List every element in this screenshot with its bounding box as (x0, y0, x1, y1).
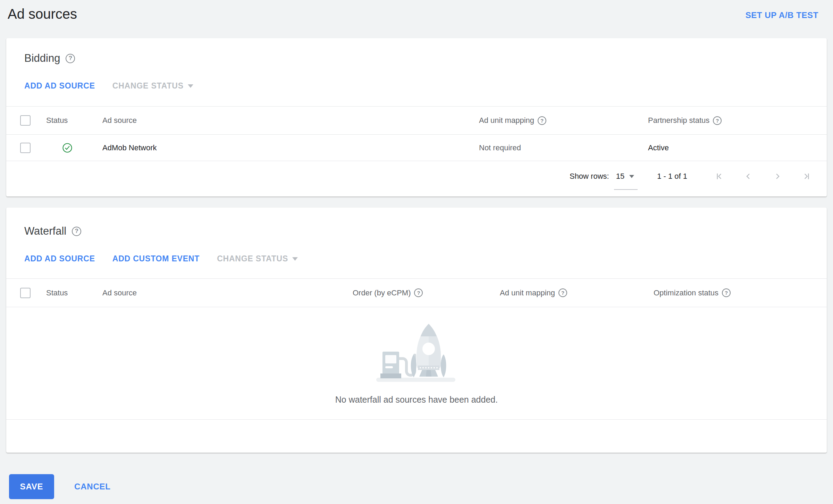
waterfall-table-header-row: Status Ad source Order (by eCPM) ? Ad un… (6, 278, 827, 307)
bidding-pagination: Show rows: 15 1 - 1 of 1 (6, 161, 827, 196)
partnership-status-help-icon[interactable]: ? (713, 116, 722, 125)
waterfall-title: Waterfall (24, 225, 66, 237)
order-by-ecpm-label: Order (by eCPM) (353, 288, 411, 297)
bidding-card: Bidding ? ADD AD SOURCE CHANGE STATUS St… (6, 38, 827, 196)
cancel-button[interactable]: CANCEL (74, 482, 111, 492)
bidding-col-status: Status (46, 116, 102, 125)
waterfall-help-icon[interactable]: ? (72, 227, 81, 236)
next-page-button[interactable] (773, 171, 782, 181)
waterfall-empty-message: No waterfall ad sources have been added. (335, 395, 498, 405)
rocket-fueling-illustration-icon (375, 321, 458, 385)
page-title: Ad sources (8, 6, 77, 22)
order-by-ecpm-help-icon[interactable]: ? (414, 288, 423, 297)
ad-source-name: AdMob Network (102, 143, 479, 152)
waterfall-table: Status Ad source Order (by eCPM) ? Ad un… (6, 278, 827, 453)
status-active-check-icon (62, 143, 73, 153)
optimization-status-label: Optimization status (654, 288, 718, 297)
row-checkbox-cell (20, 143, 46, 153)
waterfall-col-ad-unit-mapping: Ad unit mapping ? (500, 288, 654, 297)
waterfall-section-head: Waterfall ? (6, 208, 827, 237)
chevron-down-icon (188, 84, 193, 88)
ad-unit-mapping-value: Not required (479, 143, 648, 152)
last-page-button[interactable] (802, 171, 811, 181)
bidding-actions: ADD AD SOURCE CHANGE STATUS (6, 81, 827, 91)
waterfall-col-order: Order (by eCPM) ? (353, 288, 500, 297)
bidding-table: Status Ad source Ad unit mapping ? Partn… (6, 106, 827, 196)
header-checkbox-cell (20, 115, 46, 126)
waterfall-card: Waterfall ? ADD AD SOURCE ADD CUSTOM EVE… (6, 208, 827, 453)
ad-unit-mapping-help-icon[interactable]: ? (538, 116, 546, 125)
ad-unit-mapping-help-icon[interactable]: ? (558, 288, 567, 297)
bidding-table-header-row: Status Ad source Ad unit mapping ? Partn… (6, 106, 827, 135)
optimization-status-help-icon[interactable]: ? (722, 288, 731, 297)
pagination-buttons (714, 171, 811, 181)
bidding-help-icon[interactable]: ? (66, 54, 75, 63)
bidding-add-ad-source-button[interactable]: ADD AD SOURCE (24, 81, 95, 91)
partnership-status-value: Active (648, 143, 813, 152)
bidding-col-ad-source: Ad source (102, 116, 479, 125)
rows-per-page-value: 15 (616, 172, 624, 181)
first-page-button[interactable] (714, 171, 724, 181)
rows-per-page-select[interactable]: 15 (615, 172, 636, 181)
waterfall-empty-state: No waterfall ad sources have been added. (6, 307, 827, 419)
bidding-col-ad-unit-mapping: Ad unit mapping ? (479, 116, 648, 125)
waterfall-change-status-button[interactable]: CHANGE STATUS (217, 254, 298, 263)
waterfall-change-status-label: CHANGE STATUS (217, 254, 288, 263)
bidding-section-head: Bidding ? (6, 38, 827, 65)
header-checkbox-cell (20, 288, 46, 298)
row-status-cell (46, 143, 102, 153)
chevron-down-icon (629, 175, 634, 178)
page-footer: SAVE CANCEL (9, 474, 833, 499)
previous-page-button[interactable] (743, 171, 753, 181)
select-underline (614, 189, 638, 190)
ad-unit-mapping-label: Ad unit mapping (500, 288, 555, 297)
bidding-table-row[interactable]: AdMob Network Not required Active (6, 135, 827, 161)
page-header: Ad sources SET UP A/B TEST (0, 0, 833, 38)
save-button[interactable]: SAVE (9, 474, 54, 499)
ad-unit-mapping-label: Ad unit mapping (479, 116, 534, 125)
ad-sources-page: Ad sources SET UP A/B TEST Bidding ? ADD… (0, 0, 833, 504)
waterfall-col-ad-source: Ad source (102, 288, 353, 297)
waterfall-select-all-checkbox[interactable] (20, 288, 31, 298)
waterfall-add-ad-source-button[interactable]: ADD AD SOURCE (24, 254, 95, 263)
bidding-title: Bidding (24, 52, 60, 65)
waterfall-add-custom-event-button[interactable]: ADD CUSTOM EVENT (112, 254, 200, 263)
waterfall-col-status: Status (46, 288, 102, 297)
waterfall-actions: ADD AD SOURCE ADD CUSTOM EVENT CHANGE ST… (6, 254, 827, 263)
bidding-select-all-checkbox[interactable] (20, 115, 31, 126)
bidding-col-partnership-status: Partnership status ? (648, 116, 813, 125)
waterfall-card-footer (6, 419, 827, 453)
set-up-ab-test-button[interactable]: SET UP A/B TEST (746, 10, 818, 20)
chevron-down-icon (292, 257, 298, 261)
show-rows-label: Show rows: (570, 172, 609, 181)
admob-network-row-checkbox[interactable] (20, 143, 31, 153)
bidding-change-status-button[interactable]: CHANGE STATUS (112, 81, 193, 91)
bidding-change-status-label: CHANGE STATUS (112, 81, 184, 91)
partnership-status-label: Partnership status (648, 116, 709, 125)
pagination-range: 1 - 1 of 1 (657, 172, 687, 181)
waterfall-col-optimization-status: Optimization status ? (654, 288, 813, 297)
